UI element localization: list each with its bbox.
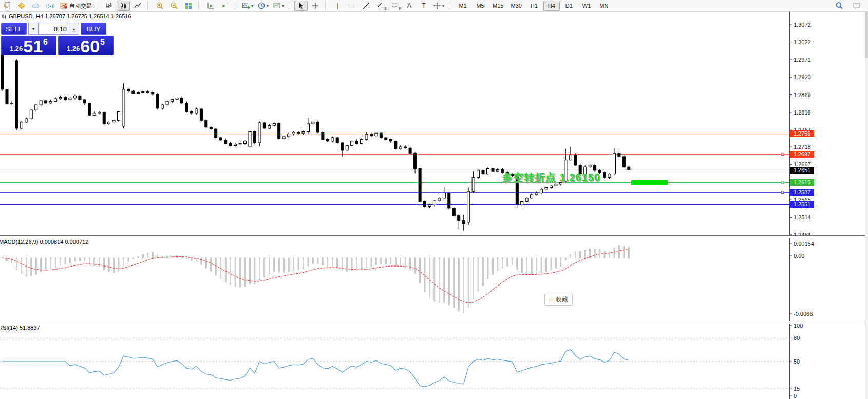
auto-trading-button[interactable]: 自动交易: [58, 1, 93, 11]
pivot-annotation-text: 多空转折点 1.26150: [502, 170, 600, 184]
price-tag-1.2756: 1.2756: [790, 130, 814, 137]
chart-shift-icon[interactable]: [218, 1, 232, 11]
candlestick-chart-icon[interactable]: [117, 1, 130, 11]
chart-title-bar: GBPUSD-,H4 1.26707 1.26725 1.26514 1.265…: [2, 13, 131, 20]
price-tick: 1.2869: [794, 92, 811, 98]
timeframe-m30[interactable]: M30: [507, 1, 524, 11]
price-tag-1.2697[interactable]: 1.2697: [790, 151, 814, 158]
search-icon[interactable]: [833, 1, 846, 11]
timeframe-h1[interactable]: H1: [526, 1, 542, 11]
tile-windows-icon[interactable]: [182, 1, 195, 11]
level-lines: [0, 134, 789, 205]
periods-dropdown[interactable]: ▾: [256, 1, 270, 11]
channel-tool[interactable]: E: [374, 1, 387, 11]
symbol-ohlc-text: GBPUSD-,H4 1.26707 1.26725 1.26514 1.265…: [9, 13, 131, 20]
sell-price-prefix: 1.26: [10, 45, 23, 52]
price-tick: 1.3022: [794, 39, 811, 45]
mini-chart-icon: [2, 14, 7, 20]
buy-price-big: 60: [80, 38, 100, 54]
chart-canvas: [0, 0, 868, 399]
timeframe-m15[interactable]: M15: [489, 1, 506, 11]
rsi-tick: 50: [794, 358, 800, 365]
toolbar-separator: [147, 2, 150, 10]
price-tick: 1.2718: [794, 144, 811, 150]
pane-splitter-macd[interactable]: [0, 235, 868, 238]
right-scrollbar-thumb[interactable]: [865, 11, 868, 58]
favorite-label: 收藏: [556, 295, 568, 304]
volume-decrease-button[interactable]: ▼: [28, 23, 39, 35]
buy-price-pip: 5: [100, 37, 105, 47]
price-tag-1.2551: 1.2551: [790, 201, 814, 208]
macd-tick: -0.0066: [794, 311, 813, 317]
toolbar-separator: [449, 2, 452, 10]
new-order-icon[interactable]: [1, 1, 14, 11]
buy-price-box[interactable]: 1.26 60 5: [58, 36, 114, 55]
buy-button[interactable]: BUY: [81, 23, 106, 35]
vertical-line-tool[interactable]: |: [331, 1, 344, 11]
signal-icon[interactable]: [44, 1, 57, 11]
price-tick: 1.2514: [794, 214, 811, 220]
rsi-tick: 0: [794, 393, 797, 399]
bar-chart-icon[interactable]: [102, 1, 116, 11]
macd-signal-line: [2, 250, 629, 303]
metaquotes-icon[interactable]: [15, 1, 28, 11]
star-icon: ☆: [548, 296, 554, 303]
timeframe-mn[interactable]: MN: [596, 1, 612, 11]
toolbar-separator: [325, 2, 328, 10]
templates-dropdown[interactable]: ▾: [271, 1, 286, 11]
zoom-out-icon[interactable]: [167, 1, 181, 11]
cursor-tool[interactable]: [294, 1, 308, 11]
chat-icon[interactable]: [850, 1, 863, 11]
price-tag-1.2615[interactable]: 1.2615: [790, 179, 814, 186]
timeframe-m5[interactable]: M5: [472, 1, 488, 11]
sell-price-big: 51: [23, 38, 43, 54]
toolbar-separator: [198, 2, 201, 10]
favorite-button[interactable]: ☆ 收藏: [544, 294, 573, 306]
price-tick: 1.2920: [794, 74, 811, 80]
price-tag-1.2651: 1.2651: [790, 167, 814, 174]
new-chart-dropdown[interactable]: ▾: [240, 1, 255, 11]
text-tool[interactable]: A: [403, 1, 416, 11]
toolbar-separator: [235, 2, 238, 10]
timeframe-w1[interactable]: W1: [578, 1, 595, 11]
macd-tick: 0.00154: [794, 241, 814, 247]
auto-scroll-icon[interactable]: [204, 1, 217, 11]
candlestick-series: [1, 47, 630, 231]
price-tick: 1.2818: [794, 109, 811, 116]
top-toolbar: 自动交易▾▾▾|—EFAT▾ M1M5M15M30H1H4D1W1MN: [0, 0, 868, 12]
sell-price-pip: 6: [43, 37, 48, 47]
price-tag-1.2587[interactable]: 1.2587: [790, 189, 814, 196]
timeframe-h4[interactable]: H4: [543, 1, 560, 11]
pane-splitter-rsi[interactable]: [0, 321, 868, 324]
rsi-tick: 80: [794, 335, 800, 341]
macd-tick: 0.00: [794, 253, 804, 259]
fibonacci-tool[interactable]: F: [388, 1, 402, 11]
one-click-trading-panel: SELL ▼ 0.10 ▲ BUY 1.26 51 6 1.26 60 5: [1, 23, 114, 55]
toolbar-separator: [289, 2, 292, 10]
volume-input[interactable]: 0.10: [39, 23, 69, 35]
sell-price-box[interactable]: 1.26 51 6: [1, 36, 56, 55]
timeframe-m1[interactable]: M1: [455, 1, 471, 11]
right-scrollbar[interactable]: [865, 11, 868, 399]
arrows-dropdown[interactable]: ▾: [431, 1, 446, 11]
buy-price-prefix: 1.26: [67, 45, 80, 52]
sell-button[interactable]: SELL: [1, 23, 27, 35]
timeframe-bar: M1M5M15M30H1H4D1W1MN: [454, 1, 613, 11]
volume-increase-button[interactable]: ▲: [69, 23, 79, 35]
price-tick: 1.3072: [794, 22, 811, 28]
rsi-level-lines: [0, 338, 789, 389]
text-label-tool[interactable]: T: [417, 1, 430, 11]
line-chart-icon[interactable]: [131, 1, 144, 11]
cloud-icon[interactable]: [29, 1, 43, 11]
rsi-tick: 15: [794, 386, 800, 392]
timeframe-d1[interactable]: D1: [561, 1, 577, 11]
zoom-in-icon[interactable]: [153, 1, 166, 11]
macd-histogram: [2, 246, 629, 313]
crosshair-tool[interactable]: [309, 1, 322, 11]
trendline-tool[interactable]: [360, 1, 373, 11]
toolbar-separator: [97, 2, 100, 10]
macd-label: MACD(12,26,9) 0.000814 0.000712: [0, 239, 88, 245]
rsi-line: [2, 350, 629, 387]
price-tick: 1.2971: [794, 56, 811, 63]
horizontal-line-tool[interactable]: —: [345, 1, 358, 11]
